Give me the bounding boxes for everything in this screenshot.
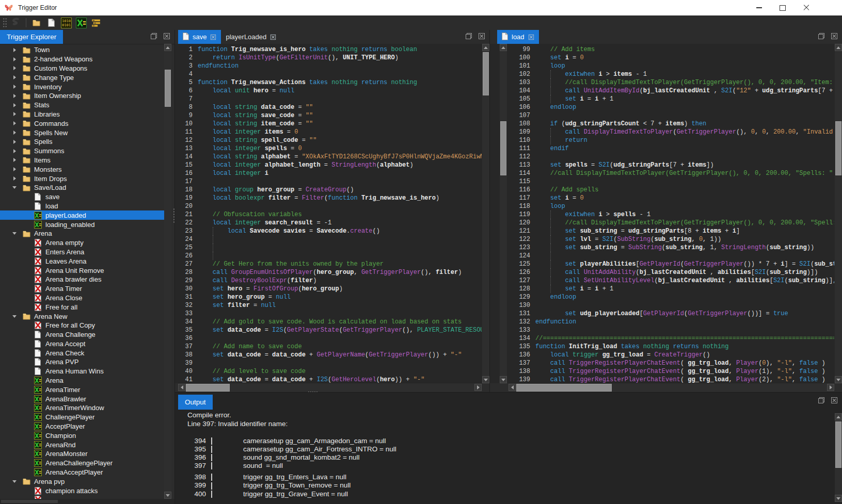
code-line[interactable]: 25 xyxy=(176,243,482,252)
tree-item-item-ownership[interactable]: Item Ownership xyxy=(0,91,164,101)
code-line[interactable]: 107 xyxy=(510,111,834,120)
tree-item-champion-attacks[interactable]: champion attacks xyxy=(0,486,164,495)
tree-item-2-handed-weapons[interactable]: 2-handed Weapons xyxy=(0,55,164,64)
code-line[interactable]: 15 local integer alphabet_length = Strin… xyxy=(176,161,482,169)
code-line[interactable]: 19 local boolexpr filter = Filter(functi… xyxy=(176,194,482,202)
scroll-up[interactable] xyxy=(835,44,842,51)
code-line[interactable]: 35 set data_code = I2S(GetPlayerState(Ge… xyxy=(176,326,482,334)
code-line[interactable]: 23 local Savecode savies = Savecode.crea… xyxy=(176,227,482,235)
code-line[interactable]: 33 xyxy=(176,310,482,318)
code-line[interactable]: 115 xyxy=(510,177,834,186)
tree-item-arena[interactable]: Arena xyxy=(0,229,164,238)
code-line[interactable]: 121 set sub_string = udg_stringParts[8 +… xyxy=(510,227,834,235)
tree-scroll-thumb[interactable] xyxy=(165,70,171,107)
code-line[interactable]: 124 xyxy=(510,252,834,260)
code-line[interactable]: 110 return xyxy=(510,136,834,144)
code-line[interactable]: 28 call GroupEnumUnitsOfPlayer(hero_grou… xyxy=(176,268,482,277)
code-line[interactable]: 125 set playerAbilities[GetPlayerId(GetT… xyxy=(510,260,834,268)
code-line[interactable]: 119 exitwhen i > spells - 1 xyxy=(510,210,834,219)
chevron-collapsed-icon[interactable] xyxy=(11,66,18,70)
tree-item-change-type[interactable]: Change Type xyxy=(0,73,164,82)
code-line[interactable]: 122 set lvl = S2I(SubString(sub_string, … xyxy=(510,235,834,243)
tree-item-town[interactable]: Town xyxy=(0,45,164,55)
chevron-collapsed-icon[interactable] xyxy=(11,167,18,171)
code-line[interactable]: 103 //call DisplayTimedTextToPlayer(GetT… xyxy=(510,78,834,87)
code-line[interactable]: 120 //call DisplayTimedTextToPlayer(GetT… xyxy=(510,219,834,227)
code-line[interactable]: 10 local string item_code = "" xyxy=(176,120,482,128)
tree-item-arena[interactable]: Arena xyxy=(0,376,164,385)
chevron-collapsed-icon[interactable] xyxy=(11,103,18,107)
code-line[interactable]: 13 local integer spells = 0 xyxy=(176,144,482,153)
scroll-down[interactable] xyxy=(835,495,842,502)
folder-icon[interactable] xyxy=(30,17,42,29)
tree-item-arena-timer[interactable]: Arena Timer xyxy=(0,284,164,294)
code-line[interactable]: 17 xyxy=(176,177,482,186)
code-line[interactable]: 36 xyxy=(176,334,482,343)
tree-item-leaves-arena[interactable]: Leaves Arena xyxy=(0,256,164,266)
code-line[interactable]: 20 xyxy=(176,202,482,210)
code-line[interactable]: 105 set i = i + 1 xyxy=(510,95,834,103)
tab-close-icon[interactable] xyxy=(270,34,276,40)
code-line[interactable]: 4 xyxy=(176,70,482,78)
chevron-expanded-icon[interactable] xyxy=(11,232,18,235)
tree-item-arena-close[interactable]: Arena Close xyxy=(0,294,164,303)
tab-playerLoaded[interactable]: playerLoaded xyxy=(221,30,281,44)
scroll-right[interactable] xyxy=(474,384,482,391)
code-line[interactable]: 137 call TriggerRegisterPlayerChatEvent(… xyxy=(510,359,834,367)
editor-hscrollbar[interactable] xyxy=(509,383,834,392)
tree-item-enters-arena[interactable]: Enters Arena xyxy=(0,248,164,257)
tree-item-arena-empty[interactable]: Arena empty xyxy=(0,238,164,248)
code-line[interactable]: 108 if (udg_stringPartsCount < 7 + items… xyxy=(510,120,834,128)
tree-hscrollbar[interactable] xyxy=(0,499,174,504)
tree-item-save[interactable]: save xyxy=(0,192,164,202)
float-panel-icon[interactable] xyxy=(150,32,157,42)
tree-item-arenabrawler[interactable]: ArenaBrawler xyxy=(0,394,164,403)
tree-item-arena-human-wins[interactable]: Arena Human Wins xyxy=(0,367,164,376)
code-line[interactable]: 129 endloop xyxy=(510,293,834,301)
tree-item-free-for-all-copy[interactable]: Free for all Copy xyxy=(0,321,164,330)
hscroll-thumb[interactable] xyxy=(516,384,612,392)
output-vscrollbar[interactable] xyxy=(835,413,842,502)
tree-item-arena-pvp[interactable]: Arena pvp xyxy=(0,477,164,486)
hscroll-thumb[interactable] xyxy=(186,384,230,392)
float-panel-icon[interactable] xyxy=(465,32,472,42)
binary-doc-icon[interactable]: 10100101 xyxy=(60,17,72,29)
tree-item-partial[interactable] xyxy=(0,495,164,499)
close-panel-icon[interactable] xyxy=(831,32,838,42)
code-line[interactable]: 26 xyxy=(176,252,482,260)
chevron-collapsed-icon[interactable] xyxy=(11,149,18,153)
tree-item-arena-accept[interactable]: Arena Accept xyxy=(0,339,164,349)
code-line[interactable]: 130 xyxy=(510,301,834,310)
toolbar-grip[interactable] xyxy=(3,18,7,28)
code-line[interactable]: 3endfunction xyxy=(176,62,482,70)
code-line[interactable]: 30 set hero = FirstOfGroup(hero_group) xyxy=(176,285,482,293)
code-line[interactable]: 22 local integer search_result = -1 xyxy=(176,219,482,227)
scroll-thumb[interactable] xyxy=(500,121,506,175)
chevron-collapsed-icon[interactable] xyxy=(11,85,18,89)
tree-item-items[interactable]: Items xyxy=(0,156,164,165)
chevron-collapsed-icon[interactable] xyxy=(11,176,18,181)
tree-item-arena-pvp[interactable]: Arena PVP xyxy=(0,357,164,367)
code-line[interactable]: 138 call TriggerRegisterPlayerChatEvent(… xyxy=(510,367,834,376)
chevron-collapsed-icon[interactable] xyxy=(11,140,18,144)
code-line[interactable]: 101 loop xyxy=(510,62,834,70)
code-line[interactable]: 131 set udg_playerLoaded[GetPlayerId(Get… xyxy=(510,310,834,318)
scroll-up[interactable] xyxy=(482,44,489,51)
scroll-right[interactable] xyxy=(827,384,834,391)
tree-item-free-for-all[interactable]: Free for all xyxy=(0,302,164,312)
tree-item-arenaacceptplayer[interactable]: ArenaAcceptPlayer xyxy=(0,468,164,477)
code-line[interactable]: 34 // Add gold to save code. Wood is cal… xyxy=(176,318,482,326)
code-editor-save[interactable]: 1function Trig_newsave_is_hero takes not… xyxy=(175,44,489,383)
tab-close-icon[interactable] xyxy=(210,34,216,40)
chevron-collapsed-icon[interactable] xyxy=(11,48,18,52)
editor-vscrollbar[interactable] xyxy=(482,44,489,383)
editor-vscrollbar[interactable] xyxy=(835,44,842,383)
chevron-collapsed-icon[interactable] xyxy=(11,75,18,79)
scroll-down[interactable] xyxy=(835,376,842,383)
scroll-left[interactable] xyxy=(509,384,516,391)
tree-item-item-drops[interactable]: Item Drops xyxy=(0,174,164,183)
tree-item-spells[interactable]: Spells xyxy=(0,137,164,147)
chevron-expanded-icon[interactable] xyxy=(11,480,18,483)
code-line[interactable]: 123 set sub_string = SubString(sub_strin… xyxy=(510,243,834,252)
code-line[interactable]: 39 xyxy=(176,359,482,367)
